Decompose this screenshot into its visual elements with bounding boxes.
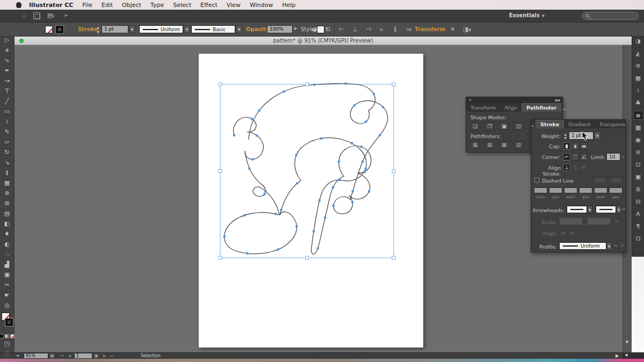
projecting-cap-icon[interactable]: ▬	[580, 142, 588, 150]
paragraph-panel-icon[interactable]: ¶	[633, 222, 643, 231]
layers-panel-icon[interactable]: ≣	[633, 185, 643, 194]
anchor-point[interactable]	[295, 226, 298, 228]
touch-workspace-icon[interactable]: ▫	[21, 12, 25, 19]
variable-width-arrow[interactable]: ▼	[184, 25, 190, 33]
selection-handle[interactable]	[219, 83, 222, 86]
crop-icon[interactable]: ⊡	[514, 141, 523, 149]
align-outside-stroke-icon[interactable]: ⊢	[580, 164, 588, 171]
anchor-point[interactable]	[324, 216, 326, 219]
selection-handle[interactable]	[219, 170, 222, 173]
close-icon[interactable]: ✕	[468, 98, 472, 103]
stroke-weight-field[interactable]: 1 pt	[102, 25, 128, 33]
apple-icon[interactable]	[16, 2, 21, 8]
free-transform-tool[interactable]: ▦	[2, 178, 13, 188]
exclude-icon[interactable]: ◫	[514, 122, 523, 130]
anchor-point[interactable]	[332, 186, 334, 189]
bevel-join-icon[interactable]: ∠	[580, 153, 588, 161]
menu-select[interactable]: Select	[173, 2, 191, 9]
symbols-panel-icon[interactable]: ♣	[633, 98, 643, 107]
dash-field-0[interactable]	[534, 187, 547, 193]
selection-handle[interactable]	[392, 256, 395, 259]
divide-icon[interactable]: ⊞	[471, 141, 480, 149]
weight-field[interactable]: 1 pt	[569, 132, 594, 140]
artboard-field[interactable]: 1	[74, 353, 92, 359]
anchor-point[interactable]	[313, 84, 315, 86]
anchor-point[interactable]	[233, 134, 235, 136]
selection-handle[interactable]	[306, 256, 309, 259]
anchor-point[interactable]	[361, 161, 364, 163]
asset-export-panel-icon[interactable]: ⊟	[633, 197, 643, 206]
align-right-icon[interactable]: ⊣	[363, 25, 374, 34]
anchor-point[interactable]	[274, 213, 277, 215]
anchor-point[interactable]	[364, 171, 366, 173]
trim-icon[interactable]: ⊟	[485, 141, 494, 149]
artboards-panel-icon[interactable]: ▣	[633, 172, 643, 182]
share-icon[interactable]: ➢	[63, 12, 68, 19]
rectangle-tool[interactable]: ▭	[2, 106, 13, 117]
selection-handle[interactable]	[392, 83, 395, 86]
swatches-panel-icon[interactable]: ▦	[633, 74, 643, 83]
selection-handle[interactable]	[219, 256, 222, 259]
dashed-line-checkbox[interactable]	[534, 178, 539, 183]
pen-tool[interactable]: ✒	[2, 66, 13, 76]
opacity-field[interactable]: 100%	[267, 25, 293, 33]
anchor-point[interactable]	[373, 93, 375, 95]
artboard[interactable]	[199, 54, 423, 347]
weight-stepper[interactable]: ▲▼	[563, 132, 568, 140]
profile-dropdown[interactable]: Uniform	[559, 242, 606, 250]
stroke-swatch[interactable]	[5, 318, 13, 326]
align-inside-stroke-icon[interactable]: ⊤	[571, 164, 579, 171]
anchor-point[interactable]	[320, 137, 322, 140]
zoom-tool[interactable]: ◎	[2, 300, 13, 310]
minus-front-icon[interactable]: ❐	[485, 122, 494, 130]
anchor-point[interactable]	[345, 82, 347, 84]
anchor-point[interactable]	[256, 134, 258, 136]
menu-object[interactable]: Object	[122, 2, 141, 9]
menu-edit[interactable]: Edit	[102, 2, 113, 9]
eyedropper-tool[interactable]: ♦	[2, 229, 13, 239]
scroll-down-icon[interactable]: ▼	[623, 339, 631, 345]
panel-menu-icon[interactable]: -≡	[561, 107, 569, 112]
unite-icon[interactable]: ❏	[471, 122, 480, 130]
panel-collapse-icon[interactable]: ▪▪	[554, 98, 560, 103]
app-menu-title[interactable]: Illustrator CC	[29, 2, 73, 9]
anchor-point[interactable]	[295, 154, 298, 156]
hscroll-left-icon[interactable]: ◀	[625, 353, 627, 357]
workspace-switcher[interactable]: Essentials▼	[509, 12, 545, 18]
dash-field-1[interactable]	[549, 187, 562, 193]
opacity-arrow[interactable]: ▶	[294, 26, 297, 31]
anchor-point[interactable]	[246, 252, 248, 255]
menu-effect[interactable]: Effect	[200, 2, 218, 9]
stroke-panel-icon[interactable]: ≡	[633, 111, 643, 120]
hand-tool[interactable]: ☛	[2, 290, 13, 300]
anchor-point[interactable]	[248, 168, 250, 170]
anchor-point[interactable]	[251, 118, 253, 120]
appearance-panel-icon[interactable]: ⊚	[633, 148, 643, 157]
anchor-point[interactable]	[382, 106, 384, 108]
anchor-point[interactable]	[351, 201, 353, 203]
shape-builder-tool[interactable]: ⊕	[2, 188, 13, 198]
anchor-point[interactable]	[368, 190, 370, 192]
stroke-swatch[interactable]	[56, 26, 63, 33]
intersect-icon[interactable]: ▣	[500, 122, 509, 130]
transparency-panel-icon[interactable]: ◉	[633, 135, 643, 144]
limit-field[interactable]: 10	[606, 153, 620, 161]
zoom-field[interactable]: 91%	[24, 353, 48, 359]
swap-arrowheads-icon[interactable]: ⇄	[622, 207, 626, 212]
gradient-tool[interactable]: ◧	[2, 219, 13, 229]
symbol-sprayer-tool[interactable]: ∴	[2, 249, 13, 259]
dash-field-4[interactable]	[594, 187, 607, 193]
round-join-icon[interactable]: ⌒	[571, 153, 579, 161]
graphic-styles-panel-icon[interactable]: ⊡	[633, 160, 643, 169]
anchor-point[interactable]	[338, 161, 340, 163]
align-center-stroke-icon[interactable]: ⊥	[563, 164, 570, 171]
paintbrush-tool[interactable]: ≀	[2, 117, 13, 127]
menu-view[interactable]: View	[227, 2, 241, 9]
search-input[interactable]	[582, 12, 639, 20]
character-panel-icon[interactable]: A	[633, 209, 643, 219]
anchor-point[interactable]	[332, 205, 335, 207]
anchor-point[interactable]	[283, 90, 285, 92]
selection-bounding-box[interactable]	[220, 84, 394, 258]
free-distort-icon[interactable]: ✕	[450, 26, 455, 33]
round-cap-icon[interactable]: ◖	[571, 142, 579, 150]
